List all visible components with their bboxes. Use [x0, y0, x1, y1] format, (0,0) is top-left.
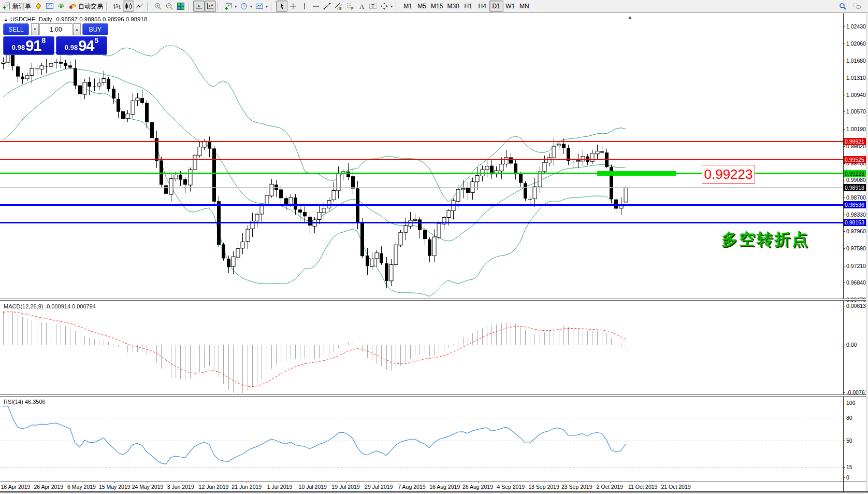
- date-axis-label: 26 Aug 2019: [462, 484, 493, 490]
- arrows-icon: [380, 2, 388, 10]
- candlestick-button[interactable]: [123, 1, 134, 12]
- templates-button[interactable]: ▾: [254, 1, 269, 12]
- axis-tick: [843, 266, 845, 266]
- resistance-line-1[interactable]: [0, 141, 843, 142]
- axis-tick: [843, 129, 845, 130]
- pane-separator[interactable]: [0, 299, 868, 301]
- tf-mn[interactable]: MN: [517, 1, 531, 12]
- price-axis-label: 1.00940: [846, 92, 866, 98]
- support-line-1[interactable]: [0, 204, 843, 206]
- tf-h4[interactable]: H4: [475, 1, 489, 12]
- date-axis[interactable]: 16 Apr 201926 Apr 20196 May 201915 May 2…: [0, 482, 843, 491]
- support-line-2[interactable]: [0, 222, 843, 223]
- trendline-button[interactable]: [322, 1, 333, 12]
- tf-d1-label: D1: [493, 3, 500, 10]
- one-click-trading-panel: SELL ▼ ▲ BUY 0.98 91 8 0.98 94 5: [3, 23, 108, 55]
- macd-label: MACD(12,26,9) -0.000914 0.000794: [4, 303, 96, 309]
- date-axis-label: 11 Oct 2019: [628, 484, 657, 490]
- signals-button[interactable]: [55, 1, 67, 12]
- price-tag: 0.98536: [844, 201, 868, 208]
- axis-tick: [843, 215, 845, 215]
- cursor-button[interactable]: [276, 1, 287, 12]
- highlight-rectangle[interactable]: [597, 171, 676, 176]
- new-chart-icon: [224, 2, 233, 10]
- horizontal-line-button[interactable]: [310, 1, 322, 12]
- crosshair-button[interactable]: [287, 1, 299, 12]
- auto-scroll-button[interactable]: [193, 1, 205, 12]
- vertical-line-button[interactable]: [299, 1, 310, 12]
- text-label-button[interactable]: T: [367, 1, 379, 12]
- axis-tick: [843, 61, 845, 61]
- axis-tick: [843, 111, 845, 112]
- current-price-line[interactable]: [0, 187, 843, 188]
- buy-price-button[interactable]: 0.98 94 5: [56, 36, 107, 55]
- chevron-down-icon[interactable]: ▾: [250, 4, 252, 9]
- new-chart-button[interactable]: ▾: [223, 1, 238, 12]
- text-button[interactable]: A: [356, 1, 367, 12]
- one-click-trading-toggle[interactable]: ▲: [4, 17, 8, 22]
- main-chart-canvas[interactable]: [0, 13, 843, 300]
- tf-d1[interactable]: D1: [489, 1, 503, 12]
- tf-m5[interactable]: M5: [415, 1, 429, 12]
- bar-chart-button[interactable]: [111, 1, 123, 12]
- price-axis-label: 1.00190: [846, 126, 866, 132]
- buy-button[interactable]: BUY: [82, 23, 108, 35]
- terminal-button[interactable]: [44, 1, 55, 12]
- chevron-down-icon[interactable]: ▾: [390, 4, 393, 9]
- sell-price-button[interactable]: 0.98 91 8: [3, 36, 54, 55]
- tile-windows-button[interactable]: [175, 1, 186, 12]
- new-order-button[interactable]: 新订单: [1, 1, 33, 12]
- axis-tick: [843, 441, 845, 441]
- price-annotation-box[interactable]: 0.99223: [702, 165, 755, 184]
- chart-shift-icon: [206, 2, 214, 10]
- zoom-out-button[interactable]: [164, 1, 175, 12]
- terminal-icon: [46, 2, 54, 10]
- price-axis-label: 1.01310: [846, 75, 866, 81]
- tf-m15[interactable]: M15: [429, 1, 445, 12]
- chat-icon: [853, 2, 861, 10]
- line-chart-button[interactable]: [134, 1, 146, 12]
- zoom-in-button[interactable]: [152, 1, 164, 12]
- fibonacci-button[interactable]: F: [344, 1, 356, 12]
- tf-h1[interactable]: H1: [461, 1, 475, 12]
- tf-w1[interactable]: W1: [503, 1, 517, 12]
- volume-input[interactable]: [39, 23, 73, 35]
- volume-down-button[interactable]: ▼: [31, 23, 39, 35]
- date-axis-label: 29 Jul 2019: [365, 484, 393, 490]
- turning-point-label[interactable]: 多空转折点: [721, 229, 809, 250]
- price-axis-label: 0.98700: [846, 194, 866, 201]
- price-axis-label: 1.02430: [846, 23, 866, 30]
- chevron-down-icon[interactable]: ▾: [235, 4, 237, 9]
- chart-shift-button[interactable]: [205, 1, 216, 12]
- label-icon: T: [369, 2, 377, 10]
- axis-tick: [843, 146, 845, 147]
- autotrading-button-label: 自动交易: [78, 2, 103, 11]
- new-order-icon: [3, 2, 11, 10]
- autotrading-button[interactable]: 自动交易: [67, 1, 105, 12]
- tf-m30[interactable]: M30: [445, 1, 461, 12]
- price-axis-label: 0.97960: [846, 228, 866, 234]
- search-button[interactable]: [837, 1, 848, 12]
- price-tag: 0.99921: [844, 138, 868, 145]
- macd-axis-label: 0.00613: [846, 303, 866, 309]
- axis-tick: [843, 403, 845, 403]
- periods-button[interactable]: ▾: [238, 1, 254, 12]
- volume-up-button[interactable]: ▲: [73, 23, 81, 35]
- date-axis-label: 3 Jun 2019: [167, 484, 194, 490]
- resistance-line-2[interactable]: [0, 159, 843, 160]
- arrows-button[interactable]: ▾: [379, 1, 394, 12]
- rsi-pane-canvas[interactable]: [0, 397, 843, 482]
- price-annotation-text: 0.99223: [704, 166, 753, 182]
- tf-m1[interactable]: M1: [401, 1, 415, 12]
- tf-m5-label: M5: [417, 3, 426, 10]
- axis-tick: [843, 248, 845, 249]
- pane-separator[interactable]: [0, 394, 868, 397]
- styles-button[interactable]: [33, 1, 44, 12]
- channel-button[interactable]: E: [333, 1, 344, 12]
- macd-pane-canvas[interactable]: [0, 301, 843, 396]
- tf-mn-label: MN: [519, 3, 529, 10]
- chevron-down-icon[interactable]: ▾: [266, 4, 268, 9]
- chat-button[interactable]: [851, 1, 863, 12]
- sell-button[interactable]: SELL: [3, 23, 29, 35]
- buy-price-big: 94: [78, 38, 94, 53]
